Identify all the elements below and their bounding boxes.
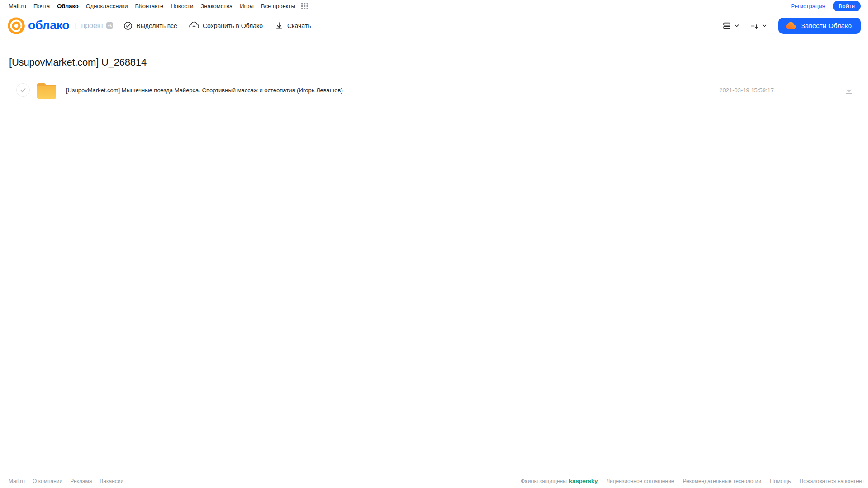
nav-item-igry[interactable]: Игры bbox=[240, 3, 254, 9]
login-button[interactable]: Войти bbox=[833, 1, 861, 11]
download-icon bbox=[275, 21, 284, 30]
nav-item-mailru[interactable]: Mail.ru bbox=[9, 3, 26, 9]
footer-link-ads[interactable]: Реклама bbox=[70, 478, 92, 484]
apps-grid-icon[interactable] bbox=[301, 2, 308, 10]
footer-link-mailru[interactable]: Mail.ru bbox=[9, 478, 25, 484]
nav-item-znakomstva[interactable]: Знакомства bbox=[200, 3, 232, 9]
file-name-link[interactable]: [UsupovMarket.com] Мышечные поезда Майер… bbox=[66, 87, 719, 94]
view-mode-selector[interactable] bbox=[722, 21, 740, 30]
folder-icon[interactable] bbox=[36, 82, 57, 99]
file-list: [UsupovMarket.com] Мышечные поезда Майер… bbox=[9, 79, 859, 101]
footer-link-report[interactable]: Пожаловаться на контент bbox=[800, 478, 864, 484]
nav-item-all-projects[interactable]: Все проекты bbox=[261, 3, 295, 9]
create-cloud-label: Завести Облако bbox=[801, 22, 852, 29]
circle-check-icon bbox=[123, 21, 133, 30]
cloud-upload-icon bbox=[189, 21, 199, 30]
select-all-button[interactable]: Выделить все bbox=[118, 21, 183, 30]
page-title: [UsupovMarket.com] U_268814 bbox=[9, 57, 859, 68]
cloud-icon bbox=[785, 21, 797, 30]
create-cloud-button[interactable]: Завести Облако bbox=[778, 18, 861, 34]
nav-item-pochta[interactable]: Почта bbox=[33, 3, 50, 9]
protected-by-label: Файлы защищены bbox=[521, 478, 567, 484]
chevron-down-icon bbox=[734, 23, 740, 29]
header-right-controls: Завести Облако bbox=[712, 18, 861, 34]
footer-link-help[interactable]: Помощь bbox=[770, 478, 791, 484]
footer-link-about[interactable]: О компании bbox=[33, 478, 62, 484]
cloud-logo[interactable]: облако bbox=[7, 17, 69, 35]
logo-wordmark: облако bbox=[28, 19, 69, 33]
download-button[interactable]: Скачать bbox=[269, 21, 317, 30]
list-view-icon bbox=[722, 21, 731, 30]
row-download-icon[interactable] bbox=[844, 85, 854, 95]
chevron-down-icon bbox=[761, 23, 768, 29]
protected-by-kaspersky: Файлы защищены kaspersky bbox=[521, 478, 598, 484]
nav-item-odnoklassniki[interactable]: Одноклассники bbox=[86, 3, 128, 9]
footer-right-links: Файлы защищены kaspersky Лицензионное со… bbox=[521, 478, 864, 484]
kaspersky-logo[interactable]: kaspersky bbox=[569, 478, 598, 484]
main-content: [UsupovMarket.com] U_268814 bbox=[0, 57, 868, 101]
row-checkbox[interactable] bbox=[16, 83, 30, 97]
file-modified-date: 2021-03-19 15:59:17 bbox=[719, 87, 774, 94]
nav-item-oblako[interactable]: Облако bbox=[57, 3, 79, 9]
page-footer: Mail.ru О компании Реклама Вакансии Файл… bbox=[0, 474, 868, 488]
nav-item-vkontakte[interactable]: ВКонтакте bbox=[135, 3, 164, 9]
cloud-header: облако | проект vk Выделить все Сохранит… bbox=[0, 12, 868, 39]
file-row[interactable]: [UsupovMarket.com] Мышечные поезда Майер… bbox=[9, 79, 859, 101]
download-label: Скачать bbox=[287, 22, 311, 29]
sort-icon bbox=[750, 21, 759, 30]
footer-link-jobs[interactable]: Вакансии bbox=[100, 478, 123, 484]
footer-link-recommendations[interactable]: Рекомендательные технологии bbox=[683, 478, 762, 484]
file-toolbar: Выделить все Сохранить в Облако Скачать bbox=[118, 21, 317, 30]
logo-divider: | bbox=[75, 22, 76, 30]
portal-nav: Mail.ru Почта Облако Одноклассники ВКонт… bbox=[0, 0, 868, 12]
save-to-cloud-button[interactable]: Сохранить в Облако bbox=[183, 21, 269, 30]
nav-item-novosti[interactable]: Новости bbox=[171, 3, 193, 9]
footer-link-license[interactable]: Лицензионное соглашение bbox=[606, 478, 674, 484]
select-all-label: Выделить все bbox=[136, 22, 177, 29]
footer-left-links: Mail.ru О компании Реклама Вакансии bbox=[9, 478, 123, 484]
mailru-at-icon bbox=[7, 17, 25, 35]
project-vk-label: проект bbox=[81, 22, 104, 30]
registration-link[interactable]: Регистрация bbox=[791, 3, 825, 9]
vk-logo-icon: vk bbox=[106, 22, 113, 29]
save-to-cloud-label: Сохранить в Облако bbox=[203, 22, 263, 29]
sort-selector[interactable] bbox=[750, 21, 768, 30]
check-icon bbox=[20, 87, 26, 93]
